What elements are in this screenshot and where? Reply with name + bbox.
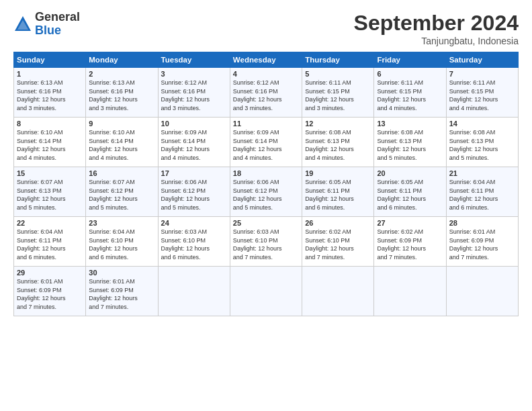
day-cell: 13Sunrise: 6:08 AM Sunset: 6:13 PM Dayli…	[374, 118, 446, 167]
day-detail: Sunrise: 6:06 AM Sunset: 6:12 PM Dayligh…	[161, 178, 227, 212]
day-number: 8	[17, 120, 83, 128]
day-number: 7	[449, 70, 515, 78]
page: General Blue September 2024 Tanjungbatu,…	[0, 0, 532, 411]
day-detail: Sunrise: 6:01 AM Sunset: 6:09 PM Dayligh…	[449, 228, 515, 261]
day-cell: 18Sunrise: 6:06 AM Sunset: 6:12 PM Dayli…	[230, 167, 302, 217]
day-number: 9	[89, 120, 154, 128]
day-number: 3	[161, 70, 227, 78]
day-detail: Sunrise: 6:12 AM Sunset: 6:16 PM Dayligh…	[233, 79, 299, 112]
logo: General Blue	[13, 11, 80, 38]
day-number: 27	[377, 219, 443, 227]
day-number: 29	[17, 269, 83, 277]
day-cell: 14Sunrise: 6:08 AM Sunset: 6:13 PM Dayli…	[446, 118, 518, 167]
day-detail: Sunrise: 6:08 AM Sunset: 6:13 PM Dayligh…	[449, 128, 515, 162]
day-number: 2	[89, 70, 154, 78]
day-number: 25	[233, 219, 299, 227]
header-cell-monday: Monday	[86, 52, 158, 68]
day-detail: Sunrise: 6:03 AM Sunset: 6:10 PM Dayligh…	[161, 228, 227, 261]
day-cell: 16Sunrise: 6:07 AM Sunset: 6:12 PM Dayli…	[86, 167, 158, 217]
day-detail: Sunrise: 6:12 AM Sunset: 6:16 PM Dayligh…	[161, 79, 227, 112]
calendar-table: SundayMondayTuesdayWednesdayThursdayFrid…	[13, 52, 519, 316]
day-number: 21	[449, 169, 515, 177]
day-number: 23	[89, 219, 154, 227]
day-detail: Sunrise: 6:07 AM Sunset: 6:13 PM Dayligh…	[17, 178, 83, 212]
day-number: 16	[89, 169, 154, 177]
day-cell	[374, 267, 446, 316]
day-number: 10	[161, 120, 227, 128]
day-detail: Sunrise: 6:13 AM Sunset: 6:16 PM Dayligh…	[17, 79, 83, 112]
day-cell: 26Sunrise: 6:02 AM Sunset: 6:10 PM Dayli…	[302, 217, 374, 267]
day-cell: 7Sunrise: 6:11 AM Sunset: 6:15 PM Daylig…	[446, 68, 518, 118]
day-cell: 1Sunrise: 6:13 AM Sunset: 6:16 PM Daylig…	[14, 68, 86, 118]
day-cell: 12Sunrise: 6:08 AM Sunset: 6:13 PM Dayli…	[302, 118, 374, 167]
day-detail: Sunrise: 6:09 AM Sunset: 6:14 PM Dayligh…	[233, 128, 299, 162]
header-cell-thursday: Thursday	[302, 52, 374, 68]
day-cell	[230, 267, 302, 316]
week-row-2: 8Sunrise: 6:10 AM Sunset: 6:14 PM Daylig…	[14, 118, 519, 167]
header-cell-sunday: Sunday	[14, 52, 86, 68]
day-cell: 9Sunrise: 6:10 AM Sunset: 6:14 PM Daylig…	[86, 118, 158, 167]
day-cell: 30Sunrise: 6:01 AM Sunset: 6:09 PM Dayli…	[86, 267, 158, 316]
logo-icon	[13, 15, 32, 34]
day-cell: 15Sunrise: 6:07 AM Sunset: 6:13 PM Dayli…	[14, 167, 86, 217]
day-detail: Sunrise: 6:04 AM Sunset: 6:11 PM Dayligh…	[449, 178, 515, 212]
day-cell: 17Sunrise: 6:06 AM Sunset: 6:12 PM Dayli…	[158, 167, 230, 217]
day-number: 22	[17, 219, 83, 227]
day-detail: Sunrise: 6:01 AM Sunset: 6:09 PM Dayligh…	[89, 277, 154, 311]
day-number: 15	[17, 169, 83, 177]
day-cell: 10Sunrise: 6:09 AM Sunset: 6:14 PM Dayli…	[158, 118, 230, 167]
week-row-4: 22Sunrise: 6:04 AM Sunset: 6:11 PM Dayli…	[14, 217, 519, 267]
day-cell: 6Sunrise: 6:11 AM Sunset: 6:15 PM Daylig…	[374, 68, 446, 118]
day-cell: 2Sunrise: 6:13 AM Sunset: 6:16 PM Daylig…	[86, 68, 158, 118]
day-number: 20	[377, 169, 443, 177]
day-number: 14	[449, 120, 515, 128]
header-cell-wednesday: Wednesday	[230, 52, 302, 68]
day-cell: 28Sunrise: 6:01 AM Sunset: 6:09 PM Dayli…	[446, 217, 518, 267]
day-cell: 20Sunrise: 6:05 AM Sunset: 6:11 PM Dayli…	[374, 167, 446, 217]
day-detail: Sunrise: 6:05 AM Sunset: 6:11 PM Dayligh…	[305, 178, 371, 212]
day-detail: Sunrise: 6:08 AM Sunset: 6:13 PM Dayligh…	[377, 128, 443, 162]
day-number: 19	[305, 169, 371, 177]
location: Tanjungbatu, Indonesia	[354, 36, 519, 46]
day-number: 17	[161, 169, 227, 177]
logo-text: General Blue	[35, 11, 80, 38]
day-cell: 24Sunrise: 6:03 AM Sunset: 6:10 PM Dayli…	[158, 217, 230, 267]
day-cell	[446, 267, 518, 316]
day-cell: 19Sunrise: 6:05 AM Sunset: 6:11 PM Dayli…	[302, 167, 374, 217]
day-number: 18	[233, 169, 299, 177]
day-cell: 21Sunrise: 6:04 AM Sunset: 6:11 PM Dayli…	[446, 167, 518, 217]
day-detail: Sunrise: 6:11 AM Sunset: 6:15 PM Dayligh…	[377, 79, 443, 112]
logo-blue: Blue	[35, 24, 80, 38]
day-detail: Sunrise: 6:09 AM Sunset: 6:14 PM Dayligh…	[161, 128, 227, 162]
day-cell	[302, 267, 374, 316]
month-title: September 2024	[354, 11, 519, 36]
week-row-1: 1Sunrise: 6:13 AM Sunset: 6:16 PM Daylig…	[14, 68, 519, 118]
day-cell: 4Sunrise: 6:12 AM Sunset: 6:16 PM Daylig…	[230, 68, 302, 118]
week-row-3: 15Sunrise: 6:07 AM Sunset: 6:13 PM Dayli…	[14, 167, 519, 217]
day-detail: Sunrise: 6:11 AM Sunset: 6:15 PM Dayligh…	[449, 79, 515, 112]
header-row: SundayMondayTuesdayWednesdayThursdayFrid…	[14, 52, 519, 68]
day-number: 5	[305, 70, 371, 78]
day-cell: 27Sunrise: 6:02 AM Sunset: 6:09 PM Dayli…	[374, 217, 446, 267]
header: General Blue September 2024 Tanjungbatu,…	[13, 11, 519, 46]
day-cell: 29Sunrise: 6:01 AM Sunset: 6:09 PM Dayli…	[14, 267, 86, 316]
week-row-5: 29Sunrise: 6:01 AM Sunset: 6:09 PM Dayli…	[14, 267, 519, 316]
day-detail: Sunrise: 6:10 AM Sunset: 6:14 PM Dayligh…	[17, 128, 83, 162]
day-cell: 11Sunrise: 6:09 AM Sunset: 6:14 PM Dayli…	[230, 118, 302, 167]
day-number: 1	[17, 70, 83, 78]
day-detail: Sunrise: 6:02 AM Sunset: 6:09 PM Dayligh…	[377, 228, 443, 261]
day-cell: 22Sunrise: 6:04 AM Sunset: 6:11 PM Dayli…	[14, 217, 86, 267]
header-cell-friday: Friday	[374, 52, 446, 68]
logo-general: General	[35, 11, 80, 24]
day-cell: 8Sunrise: 6:10 AM Sunset: 6:14 PM Daylig…	[14, 118, 86, 167]
day-number: 4	[233, 70, 299, 78]
day-number: 26	[305, 219, 371, 227]
day-number: 28	[449, 219, 515, 227]
day-cell: 3Sunrise: 6:12 AM Sunset: 6:16 PM Daylig…	[158, 68, 230, 118]
day-detail: Sunrise: 6:04 AM Sunset: 6:10 PM Dayligh…	[89, 228, 154, 261]
day-cell: 5Sunrise: 6:11 AM Sunset: 6:15 PM Daylig…	[302, 68, 374, 118]
day-number: 30	[89, 269, 154, 277]
day-detail: Sunrise: 6:04 AM Sunset: 6:11 PM Dayligh…	[17, 228, 83, 261]
day-cell: 23Sunrise: 6:04 AM Sunset: 6:10 PM Dayli…	[86, 217, 158, 267]
day-cell: 25Sunrise: 6:03 AM Sunset: 6:10 PM Dayli…	[230, 217, 302, 267]
